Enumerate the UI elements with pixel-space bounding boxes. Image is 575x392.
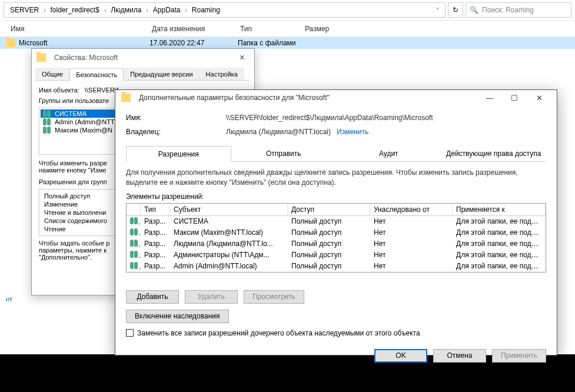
folder-icon (6, 39, 15, 47)
cell-subject: Admin (Admin@NTT.local) (170, 261, 288, 271)
search-icon: 🔍 (470, 6, 478, 14)
dialog-titlebar[interactable]: Дополнительные параметры безопасности дл… (115, 90, 557, 105)
col-name[interactable]: Имя (6, 22, 147, 35)
tab-effective[interactable]: Действующие права доступа (441, 145, 547, 161)
col-type[interactable]: Тип (235, 22, 300, 35)
search-placeholder: Поиск: Roaming (482, 6, 534, 14)
cell-type: Разр... (141, 228, 170, 237)
table-row[interactable]: Разр...Администраторы (NTT\Адм...Полный … (127, 250, 546, 261)
add-button[interactable]: Добавить (126, 290, 179, 304)
cell-applies: Для этой папки, ее подпапок ... (453, 217, 546, 226)
crumb[interactable]: folder_redirect$ (48, 5, 101, 15)
properties-tabs: Общие Безопасность Предыдущие версии Нас… (35, 68, 251, 81)
tab-customize[interactable]: Настройка (200, 68, 244, 80)
table-row[interactable]: Разр...СИСТЕМАПолный доступНетДля этой п… (127, 216, 546, 227)
explorer-column-headers: Имя Дата изменения Тип Размер (0, 21, 575, 37)
link[interactable]: нт (6, 295, 12, 303)
dialog-title: Свойства: Microsoft (54, 54, 230, 62)
allow-icon (130, 262, 138, 269)
close-icon[interactable]: × (235, 52, 250, 63)
tab-permissions[interactable]: Разрешения (126, 146, 231, 162)
replace-checkbox[interactable] (126, 329, 134, 337)
cell-applies: Для этой папки, ее подпапок ... (453, 261, 546, 271)
adv-tabs: Разрешения Отправить Аудит Действующие п… (126, 145, 546, 162)
elements-label: Элементы разрешений: (126, 192, 546, 201)
cancel-button[interactable]: Отмена (433, 349, 486, 363)
cell-type: Разр... (141, 239, 170, 248)
tab-general[interactable]: Общие (35, 68, 69, 80)
allow-icon (130, 240, 138, 247)
allow-icon (130, 217, 138, 224)
crumb[interactable]: Людмила (108, 5, 144, 15)
cell-access: Полный доступ (288, 239, 370, 248)
user-icon (43, 127, 51, 134)
replace-checkbox-label: Заменить все записи разрешений дочернего… (137, 329, 420, 337)
file-type: Папка с файлами (238, 39, 303, 47)
user-icon (43, 118, 51, 125)
permissions-table: Тип Субъект Доступ Унаследовано от Приме… (126, 203, 546, 273)
table-row[interactable]: Разр...Людмила (Людмила@NTT.lo...Полный … (127, 238, 546, 250)
ok-button[interactable]: OK (374, 349, 427, 363)
cell-inherited: Нет (370, 250, 453, 260)
cell-access: Полный доступ (288, 228, 370, 237)
tab-previous[interactable]: Предыдущие версии (124, 68, 199, 80)
cell-access: Полный доступ (288, 250, 370, 260)
col-date[interactable]: Дата изменения (147, 22, 235, 35)
col-size[interactable]: Размер (300, 22, 347, 35)
file-date: 17.06.2020 22:47 (149, 39, 238, 47)
cell-access: Полный доступ (288, 261, 370, 271)
explorer-toolbar: SERVER › folder_redirect$ › Людмила › Ap… (0, 0, 575, 21)
close-button[interactable]: ✕ (527, 90, 551, 105)
name-label: Имя: (126, 114, 226, 122)
maximize-button[interactable]: ☐ (503, 90, 526, 105)
col-applies[interactable]: Применяется к (453, 204, 546, 215)
tab-share[interactable]: Отправить (231, 145, 337, 161)
cell-access: Полный доступ (288, 217, 370, 226)
table-row[interactable]: Разр...Admin (Admin@NTT.local)Полный дос… (127, 261, 546, 272)
cell-applies: Для этой папки, ее подпапок ... (453, 228, 546, 237)
search-input[interactable]: 🔍 Поиск: Roaming (466, 2, 571, 18)
crumb[interactable]: AppData (151, 5, 183, 15)
owner-value: Людмила (Людмила@NTT.local) (226, 128, 331, 136)
cell-inherited: Нет (370, 239, 453, 248)
col-inherited[interactable]: Унаследовано от (370, 204, 453, 215)
apply-button[interactable]: Применить (492, 349, 546, 363)
cell-type: Разр... (141, 261, 170, 271)
folder-icon (121, 94, 131, 102)
minimize-button[interactable]: — (478, 90, 501, 105)
cell-subject: Людмила (Людмила@NTT.lo... (170, 239, 288, 248)
object-name-label: Имя объекта: (39, 87, 79, 94)
crumb[interactable]: Roaming (190, 5, 222, 15)
chevron-down-icon[interactable]: ˅ (434, 7, 441, 14)
col-subject[interactable]: Субъект (170, 204, 288, 215)
tab-security[interactable]: Безопасность (69, 68, 124, 81)
cell-inherited: Нет (370, 217, 453, 226)
users-icon (43, 110, 51, 117)
tab-audit[interactable]: Аудит (336, 145, 441, 161)
cell-inherited: Нет (370, 261, 453, 271)
remove-button[interactable]: Удалить (185, 290, 238, 304)
cell-applies: Для этой папки, ее подпапок ... (453, 250, 546, 260)
chevron-right-icon: › (44, 7, 45, 14)
chevron-right-icon: › (104, 7, 106, 14)
cell-inherited: Нет (370, 228, 453, 237)
col-access[interactable]: Доступ (288, 204, 370, 215)
file-name: Microsoft (19, 39, 149, 47)
allow-icon (130, 251, 138, 258)
cell-type: Разр... (141, 217, 170, 226)
cell-subject: СИСТЕМА (170, 217, 288, 226)
chevron-right-icon: › (185, 7, 187, 14)
table-row[interactable]: Разр...Максим (Maxim@NTT.local)Полный до… (127, 227, 546, 238)
name-value: \\SERVER\folder_redirect$\Людмила\AppDat… (226, 114, 433, 122)
file-row[interactable]: Microsoft 17.06.2020 22:47 Папка с файла… (0, 37, 575, 49)
crumb[interactable]: SERVER (8, 5, 41, 15)
cell-applies: Для этой папки, ее подпапок ... (453, 239, 546, 248)
enable-inheritance-button[interactable]: Включение наследования (126, 310, 229, 323)
col-type[interactable]: Тип (141, 204, 170, 215)
breadcrumb[interactable]: SERVER › folder_redirect$ › Людмила › Ap… (4, 2, 446, 18)
advanced-security-dialog: Дополнительные параметры безопасности дл… (115, 89, 557, 356)
view-button[interactable]: Просмотреть (244, 290, 304, 304)
refresh-button[interactable]: ↻ (448, 2, 463, 18)
change-owner-link[interactable]: Изменить (337, 128, 368, 136)
dialog-titlebar[interactable]: Свойства: Microsoft × (32, 49, 254, 67)
